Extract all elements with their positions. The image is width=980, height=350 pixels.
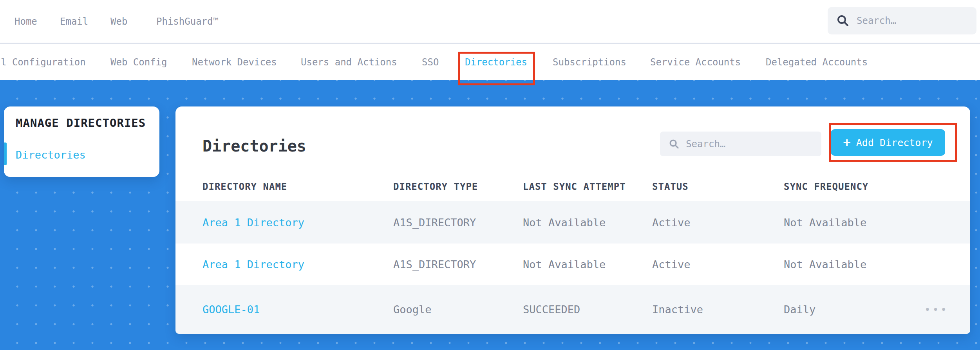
tab-subscriptions[interactable]: Subscriptions — [553, 44, 626, 80]
directory-type-cell: Google — [393, 303, 523, 316]
sidebar-item-directories[interactable]: Directories — [16, 144, 86, 166]
workspace-background: MANAGE DIRECTORIES Directories Directori… — [0, 80, 980, 350]
secondary-nav: l Configuration Web Config Network Devic… — [0, 44, 980, 80]
search-icon — [669, 138, 680, 150]
last-sync-cell: SUCCEEDED — [523, 303, 652, 316]
table-row: Area 1 Directory A1S_DIRECTORY Not Avail… — [175, 244, 970, 285]
tab-web-config[interactable]: Web Config — [110, 44, 167, 80]
plus-icon: + — [843, 136, 851, 148]
last-sync-cell: Not Available — [523, 258, 652, 271]
global-search-box[interactable] — [828, 7, 976, 34]
add-directory-button[interactable]: + Add Directory — [831, 129, 945, 156]
directories-panel: Directories + Add Directory DIRECTORY NA… — [175, 106, 970, 334]
directory-type-cell: A1S_DIRECTORY — [393, 216, 523, 229]
table-row: GOOGLE-01 Google SUCCEEDED Inactive Dail… — [175, 285, 970, 334]
col-sync-frequency: SYNC FREQUENCY — [784, 181, 924, 192]
tab-network-devices[interactable]: Network Devices — [192, 44, 277, 80]
tab-email-configuration[interactable]: l Configuration — [1, 44, 86, 80]
active-item-indicator — [4, 143, 7, 165]
global-search-input[interactable] — [857, 15, 968, 26]
panel-title: Directories — [203, 137, 306, 155]
directories-table: DIRECTORY NAME DIRECTORY TYPE LAST SYNC … — [175, 172, 970, 334]
table-header-row: DIRECTORY NAME DIRECTORY TYPE LAST SYNC … — [175, 172, 970, 201]
primary-nav: Home Email Web PhishGuard™ — [0, 0, 980, 44]
status-cell: Inactive — [652, 303, 784, 316]
last-sync-cell: Not Available — [523, 216, 652, 229]
nav-item-web[interactable]: Web — [110, 0, 127, 43]
add-directory-label: Add Directory — [856, 137, 933, 148]
status-cell: Active — [652, 258, 784, 271]
col-last-sync-attempt: LAST SYNC ATTEMPT — [523, 181, 652, 192]
directory-name-link[interactable]: Area 1 Directory — [203, 258, 393, 271]
sync-frequency-cell: Not Available — [784, 216, 924, 229]
sidebar-card-title: MANAGE DIRECTORIES — [16, 116, 146, 130]
tab-users-and-actions[interactable]: Users and Actions — [301, 44, 397, 80]
sync-frequency-cell: Daily — [784, 303, 924, 316]
nav-item-home[interactable]: Home — [14, 0, 37, 43]
tab-delegated-accounts[interactable]: Delegated Accounts — [766, 44, 868, 80]
directories-search-input[interactable] — [686, 139, 813, 150]
sync-frequency-cell: Not Available — [784, 258, 924, 271]
row-actions-menu-icon[interactable]: ••• — [924, 305, 949, 315]
table-row: Area 1 Directory A1S_DIRECTORY Not Avail… — [175, 201, 970, 244]
nav-item-phishguard[interactable]: PhishGuard™ — [156, 0, 219, 43]
manage-directories-card: MANAGE DIRECTORIES Directories — [4, 106, 159, 177]
directories-search-box[interactable] — [660, 132, 821, 156]
col-status: STATUS — [652, 181, 784, 192]
tab-service-accounts[interactable]: Service Accounts — [650, 44, 741, 80]
directory-type-cell: A1S_DIRECTORY — [393, 258, 523, 271]
tab-directories[interactable]: Directories — [465, 44, 527, 80]
col-directory-type: DIRECTORY TYPE — [393, 181, 523, 192]
nav-item-email[interactable]: Email — [60, 0, 88, 43]
directory-name-link[interactable]: Area 1 Directory — [203, 216, 393, 229]
col-directory-name: DIRECTORY NAME — [203, 181, 393, 192]
status-cell: Active — [652, 216, 784, 229]
app-viewport: Home Email Web PhishGuard™ l Configurati… — [0, 0, 980, 350]
tab-sso[interactable]: SSO — [422, 44, 439, 80]
search-icon — [836, 14, 850, 27]
directory-name-link[interactable]: GOOGLE-01 — [203, 303, 393, 316]
